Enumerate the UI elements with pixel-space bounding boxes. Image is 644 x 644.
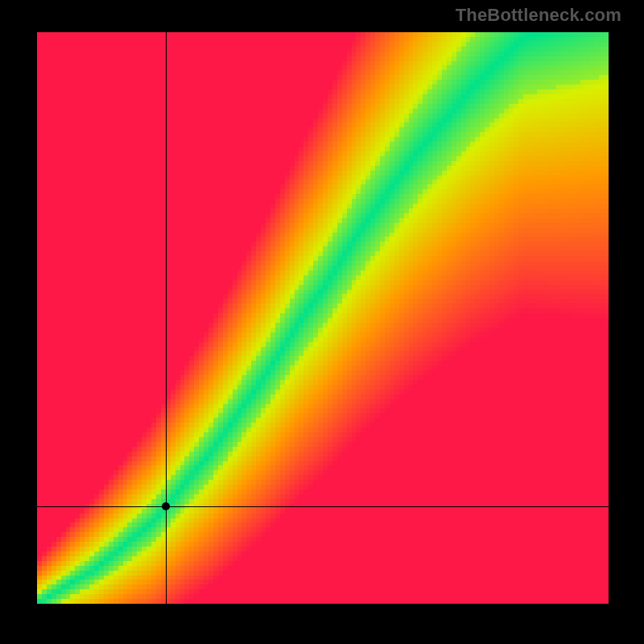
- crosshair-horizontal: [37, 506, 609, 507]
- crosshair-vertical: [166, 32, 167, 604]
- attribution-label: TheBottleneck.com: [456, 5, 621, 26]
- bottleneck-heatmap: [37, 32, 609, 604]
- selected-point-marker: [162, 502, 170, 510]
- chart-frame: TheBottleneck.com: [0, 0, 644, 644]
